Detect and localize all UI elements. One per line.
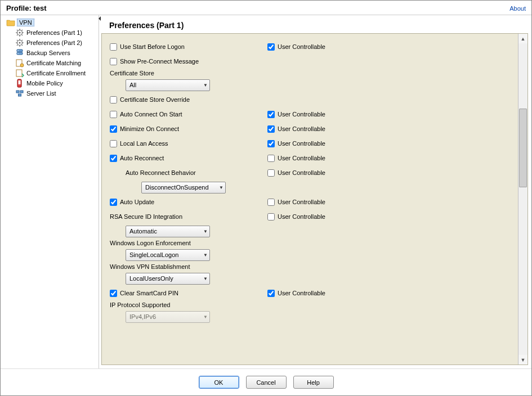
auto-reconnect-behavior-value: DisconnectOnSuspend [145,184,209,191]
chevron-down-icon: ▼ [203,276,208,281]
scroll-up-arrow-icon[interactable]: ▲ [518,34,527,43]
auto-reconnect-label: Auto Reconnect [120,155,164,161]
svg-rect-30 [20,91,23,93]
cert-store-override-checkbox[interactable] [110,96,117,104]
auto-reconnect-behavior-label: Auto Reconnect Behavior [126,169,196,176]
ip-proto-select[interactable]: IPv4,IPv6 ▼ [126,311,210,323]
minimize-uc-checkbox[interactable] [267,125,275,133]
minimize-checkbox[interactable] [110,125,117,133]
cancel-button[interactable]: Cancel [246,376,287,389]
svg-rect-31 [19,94,21,96]
tree-item-label: Backup Servers [26,50,70,56]
tree-item-prefs1[interactable]: Preferences (Part 1) [15,28,99,38]
rsa-select[interactable]: Automatic ▼ [126,226,210,237]
local-lan-checkbox[interactable] [110,140,117,147]
use-start-before-logon-checkbox[interactable] [110,43,117,51]
svg-line-18 [17,45,17,46]
footer: OK Cancel Help [1,368,531,395]
svg-rect-29 [16,91,19,93]
about-link[interactable]: About [509,5,526,12]
svg-line-19 [22,40,23,40]
win-logon-select[interactable]: SingleLocalLogon ▼ [126,249,210,261]
tree-item-cert-matching[interactable]: Certificate Matching [15,58,99,68]
win-vpn-select[interactable]: LocalUsersOnly ▼ [126,273,210,285]
content: Preferences (Part 1) Use Start Before Lo… [101,15,531,368]
tree-item-label: Certificate Enrollment [26,70,86,76]
svg-line-17 [22,45,23,46]
tree-item-prefs2[interactable]: Preferences (Part 2) [15,38,99,48]
tree-item-server-list[interactable]: Server List [15,88,99,98]
cert-store-value: All [129,82,136,88]
win-logon-label: Windows Logon Enforcement [110,238,510,248]
tree-root-label: VPN [17,19,34,26]
ip-proto-label: IP Protocol Supported [110,300,510,309]
scroll-area: Use Start Before Logon User Controllable… [102,34,518,364]
scroll-track[interactable] [518,43,527,355]
show-preconnect-label: Show Pre-Connect Message [120,58,199,65]
auto-reconnect-behavior-select[interactable]: DisconnectOnSuspend ▼ [141,182,226,194]
uc-label: User Controllable [278,43,325,50]
tree-root-vpn[interactable]: VPN [4,17,99,28]
auto-update-uc-checkbox[interactable] [267,199,275,206]
vertical-scrollbar[interactable]: ▲ ▼ [518,34,527,364]
auto-update-label: Auto Update [120,199,154,205]
tree-item-backup-servers[interactable]: Backup Servers [15,48,99,58]
body: VPN Preferences (Part 1) Preferences (Pa… [1,15,531,368]
uc-label: User Controllable [278,155,325,161]
server-list-icon [15,89,24,98]
svg-rect-28 [19,80,21,84]
gear-icon [15,38,24,47]
chevron-down-icon: ▼ [203,229,208,234]
svg-line-9 [22,30,23,30]
ok-button[interactable]: OK [199,376,239,389]
win-vpn-value: LocalUsersOnly [129,275,173,282]
tree-item-mobile-policy[interactable]: Mobile Policy [15,78,99,88]
scroll-thumb[interactable] [519,109,527,187]
cert-store-select[interactable]: All ▼ [126,79,210,91]
show-preconnect-checkbox[interactable] [110,58,117,65]
rsa-uc-checkbox[interactable] [267,213,275,220]
content-title: Preferences (Part 1) [101,15,531,33]
svg-point-11 [19,42,21,44]
help-button[interactable]: Help [293,376,334,389]
mobile-icon [15,79,24,88]
uc-label: User Controllable [278,111,325,118]
tree-item-label: Preferences (Part 1) [26,29,82,36]
auto-connect-uc-checkbox[interactable] [267,111,275,118]
local-lan-label: Local Lan Access [120,140,168,147]
local-lan-uc-checkbox[interactable] [267,140,275,147]
profile-editor-window: Profile: test About VPN Preferences (Par… [0,0,532,396]
scroll-down-arrow-icon[interactable]: ▼ [518,355,527,364]
auto-reconnect-checkbox[interactable] [110,155,117,162]
auto-connect-label: Auto Connect On Start [120,111,182,118]
auto-update-checkbox[interactable] [110,199,117,206]
rsa-value: Automatic [129,228,157,235]
folder-icon [6,18,15,27]
uc-label: User Controllable [278,140,325,147]
clear-smartcard-uc-checkbox[interactable] [267,290,275,297]
use-start-before-logon-uc-checkbox[interactable] [267,43,275,51]
certificate-icon [15,58,24,68]
minimize-label: Minimize On Connect [120,125,179,132]
cert-store-override-label: Certificate Store Override [120,96,190,103]
ip-proto-value: IPv4,IPv6 [129,313,156,320]
auto-reconnect-uc-checkbox[interactable] [267,155,275,162]
tree-item-label: Preferences (Part 2) [26,39,82,46]
auto-connect-checkbox[interactable] [110,111,117,118]
clear-smartcard-checkbox[interactable] [110,290,117,297]
win-vpn-label: Windows VPN Establishment [110,262,510,271]
auto-reconnect-behavior-uc-checkbox[interactable] [267,169,275,177]
uc-label: User Controllable [278,213,325,220]
gear-icon [15,28,24,37]
profile-title: Profile: test [6,4,47,12]
win-logon-value: SingleLocalLogon [129,251,178,258]
tree-item-cert-enrollment[interactable]: Certificate Enrollment [15,68,99,78]
chevron-down-icon: ▼ [203,83,208,88]
certificate-enroll-icon [15,69,24,78]
uc-label: User Controllable [278,199,325,205]
rsa-label: RSA Secure ID Integration [110,213,182,220]
svg-point-1 [19,32,21,34]
clear-smartcard-label: Clear SmartCard PIN [120,290,178,296]
use-start-before-logon-label: Use Start Before Logon [120,43,185,50]
server-icon [15,48,24,57]
